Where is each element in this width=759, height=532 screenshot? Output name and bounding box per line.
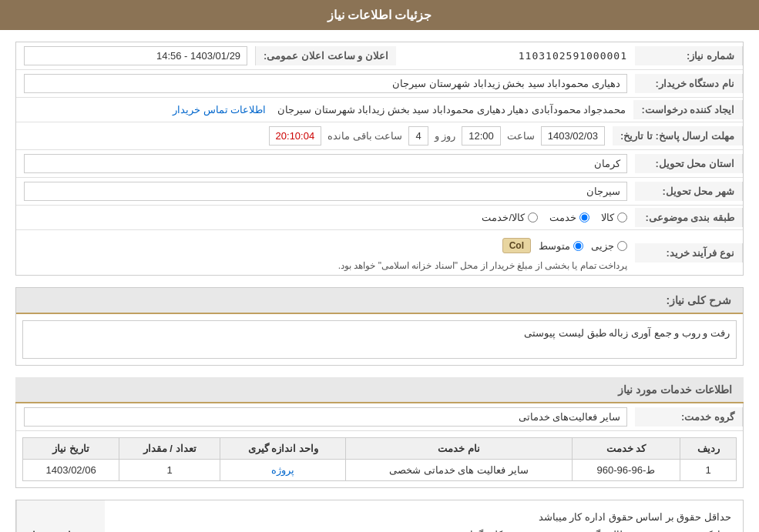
buyer-notes-line: مدارک پیوستی به دقت مطالعه گردد و قیمت ب… — [116, 526, 731, 532]
category-row: طبقه بندی موضوعی: کالا خدمت — [16, 206, 743, 230]
city-text: سیرجان — [24, 182, 627, 201]
table-row: 1ط-96-96-960سایر فعالیت های خدماتی شخصیپ… — [23, 460, 737, 481]
province-value: کرمان — [16, 150, 635, 177]
table-cell: 1 — [680, 460, 737, 481]
radio-service-label: خدمت — [549, 212, 576, 223]
col-code: کد خدمت — [572, 438, 680, 460]
radio-goods-service-label: کالا/خدمت — [482, 212, 525, 223]
service-group-label: گروه خدمت: — [635, 407, 743, 427]
buyer-name-row: نام دستگاه خریدار: دهیاری محموداباد سید … — [16, 70, 743, 98]
col-unit: واحد اندازه گیری — [220, 438, 346, 460]
radio-goods-input[interactable] — [617, 212, 627, 223]
purchase-type-label: نوع فرآیند خرید: — [635, 243, 743, 263]
creator-name: محمدجواد محمودآبادی دهیار دهیاری محموداب… — [277, 104, 626, 115]
city-value: سیرجان — [16, 178, 635, 205]
need-desc-title: شرح کلی نیاز: — [16, 288, 743, 314]
announcer-label: اعلان و ساعت اعلان عمومی: — [255, 46, 396, 65]
radio-partial-label: جزیی — [591, 240, 614, 252]
radio-goods-label: کالا — [601, 212, 614, 223]
category-radio-group: کالا خدمت کالا/خدمت — [24, 212, 627, 223]
province-text: کرمان — [24, 154, 627, 173]
remaining-label: ساعت باقی مانده — [327, 130, 402, 142]
col-date: تاریخ نیاز — [23, 438, 119, 460]
contact-link[interactable]: اطلاعات تماس خریدار — [173, 104, 266, 115]
service-group-text: سایر فعالیت‌های خدماتی — [24, 407, 627, 427]
buyer-notes-label: توضیحات خریدار: — [16, 500, 105, 532]
creator-row: ایجاد کننده درخواست: محمدجواد محمودآبادی… — [16, 98, 743, 122]
announcement-date: 1403/01/29 - 14:56 — [24, 46, 247, 65]
deadline-day-label: روز و — [435, 130, 456, 142]
city-label: شهر محل تحویل: — [635, 182, 743, 201]
need-desc-section: شرح کلی نیاز: رفت و روب و جمع آوری زباله… — [15, 287, 744, 366]
deadline-time: 12:00 — [462, 126, 501, 146]
services-table-header-row: ردیف کد خدمت نام خدمت واحد اندازه گیری ت… — [23, 438, 737, 460]
need-number-text: 1103102591000001 — [519, 50, 627, 62]
buyer-notes-content: حداقل حقوق بر اساس حقوق اداره کار میباشد… — [105, 500, 743, 532]
main-info-section: شماره نیاز: 1103102591000001 اعلان و ساع… — [15, 42, 744, 276]
services-content: گروه خدمت: سایر فعالیت‌های خدماتی ردیف ک… — [15, 403, 744, 488]
buyer-notes-section: حداقل حقوق بر اساس حقوق اداره کار میباشد… — [15, 500, 744, 532]
purchase-radio-group: جزیی متوسط Col — [24, 234, 627, 257]
services-section: اطلاعات خدمات مورد نیاز گروه خدمت: سایر … — [15, 377, 744, 488]
buyer-notes-line: حداقل حقوق بر اساس حقوق اداره کار میباشد — [116, 508, 731, 526]
need-number-label: شماره نیاز: — [635, 46, 743, 65]
radio-goods-service-input[interactable] — [528, 212, 538, 223]
radio-medium-label: متوسط — [539, 240, 570, 252]
col-badge: Col — [502, 238, 531, 253]
radio-partial: جزیی — [591, 240, 627, 252]
need-desc-content: رفت و روب و جمع آوری زباله طبق لیست پیوس… — [16, 314, 743, 365]
need-number-row: شماره نیاز: 1103102591000001 اعلان و ساع… — [16, 42, 743, 70]
category-value: کالا خدمت کالا/خدمت — [16, 208, 635, 227]
radio-goods-service: کالا/خدمت — [482, 212, 538, 223]
deadline-label: مهلت ارسال پاسخ: تا تاریخ: — [613, 126, 743, 146]
services-table-body: 1ط-96-96-960سایر فعالیت های خدماتی شخصیپ… — [23, 460, 737, 481]
table-cell: 1 — [119, 460, 220, 481]
need-description: رفت و روب و جمع آوری زباله طبق لیست پیوس… — [22, 320, 737, 359]
table-cell: 1403/02/06 — [23, 460, 119, 481]
table-cell: پروژه — [220, 460, 346, 481]
table-cell: ط-96-96-960 — [572, 460, 680, 481]
radio-goods: کالا — [601, 212, 627, 223]
deadline-date: 1403/02/03 — [541, 126, 605, 146]
purchase-type-row: نوع فرآیند خرید: جزیی متوسط Col پرداخ — [16, 230, 743, 275]
deadline-time-label: ساعت — [507, 130, 535, 142]
services-table-container: ردیف کد خدمت نام خدمت واحد اندازه گیری ت… — [16, 431, 743, 487]
purchase-type-value: جزیی متوسط Col پرداخت تمام یا بخشی از مب… — [16, 230, 635, 275]
col-name: نام خدمت — [346, 438, 572, 460]
province-row: استان محل تحویل: کرمان — [16, 150, 743, 178]
services-table: ردیف کد خدمت نام خدمت واحد اندازه گیری ت… — [22, 437, 737, 481]
page-header: جزئیات اطلاعات نیاز — [0, 0, 759, 30]
announcer-value: 1403/01/29 - 14:56 — [16, 42, 255, 69]
col-quantity: تعداد / مقدار — [119, 438, 220, 460]
services-title: اطلاعات خدمات مورد نیاز — [15, 377, 744, 403]
province-label: استان محل تحویل: — [635, 154, 743, 173]
col-row-num: ردیف — [680, 438, 737, 460]
radio-service: خدمت — [549, 212, 589, 223]
table-cell: سایر فعالیت های خدماتی شخصی — [346, 460, 572, 481]
radio-service-input[interactable] — [579, 212, 589, 223]
category-label: طبقه بندی موضوعی: — [635, 208, 743, 227]
service-group-value: سایر فعالیت‌های خدماتی — [16, 403, 635, 430]
remaining-time: 20:10:04 — [269, 126, 322, 146]
page-title: جزئیات اطلاعات نیاز — [327, 8, 432, 22]
creator-value: محمدجواد محمودآبادی دهیار دهیاری محموداب… — [16, 100, 633, 119]
radio-partial-input[interactable] — [617, 241, 627, 251]
deadline-days: 4 — [408, 126, 428, 146]
city-row: شهر محل تحویل: سیرجان — [16, 178, 743, 206]
radio-medium-input[interactable] — [573, 241, 583, 251]
buyer-name-text: دهیاری محموداباد سید بخش زیداباد شهرستان… — [24, 74, 627, 93]
creator-label: ایجاد کننده درخواست: — [633, 100, 743, 119]
deadline-row: مهلت ارسال پاسخ: تا تاریخ: 1403/02/03 سا… — [16, 122, 743, 150]
time-section: 1403/02/03 ساعت 12:00 روز و 4 ساعت باقی … — [24, 126, 605, 146]
need-number-value: 1103102591000001 — [396, 46, 635, 65]
buyer-name-value: دهیاری محموداباد سید بخش زیداباد شهرستان… — [16, 70, 635, 97]
radio-medium: متوسط — [539, 240, 583, 252]
service-group-row: گروه خدمت: سایر فعالیت‌های خدماتی — [16, 403, 743, 431]
buyer-name-label: نام دستگاه خریدار: — [635, 74, 743, 93]
services-table-head: ردیف کد خدمت نام خدمت واحد اندازه گیری ت… — [23, 438, 737, 460]
purchase-note: پرداخت تمام یا بخشی از مبلغ خریدار از مح… — [24, 260, 627, 271]
deadline-value: 1403/02/03 ساعت 12:00 روز و 4 ساعت باقی … — [16, 122, 613, 149]
